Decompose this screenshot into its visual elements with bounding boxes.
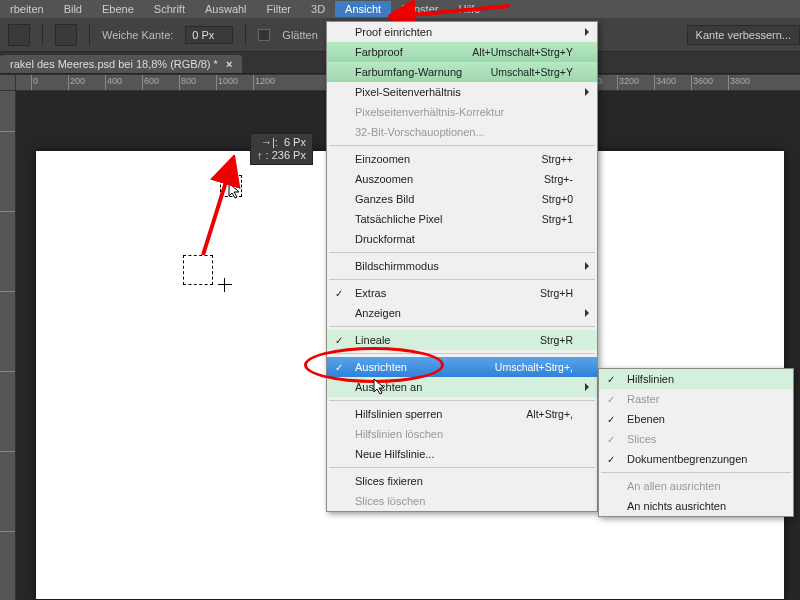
menu-item[interactable]: ✓LinealeStrg+R <box>327 330 597 350</box>
menu-item[interactable]: ✓ExtrasStrg+H <box>327 283 597 303</box>
feather-input[interactable] <box>185 26 233 44</box>
menu-item-label: Auszoomen <box>355 173 413 185</box>
menu-item[interactable]: Hilfslinien sperrenAlt+Strg+, <box>327 404 597 424</box>
tool-icon[interactable] <box>8 24 30 46</box>
menu-separator <box>329 252 595 253</box>
check-icon: ✓ <box>607 434 615 445</box>
marquee-selection <box>183 255 213 285</box>
menu-item[interactable]: Pixel-Seitenverhältnis <box>327 82 597 102</box>
document-tab[interactable]: rakel des Meeres.psd bei 18,8% (RGB/8) *… <box>0 55 242 73</box>
menu-item-label: Anzeigen <box>355 307 401 319</box>
menubar-item[interactable]: 3D <box>301 1 335 17</box>
menu-item[interactable]: Ganzes BildStrg+0 <box>327 189 597 209</box>
menu-item-label: Slices <box>627 433 656 445</box>
menu-shortcut: Strg+- <box>544 173 573 185</box>
menu-item[interactable]: Tatsächliche PixelStrg+1 <box>327 209 597 229</box>
menu-shortcut: Alt+Strg+, <box>526 408 573 420</box>
menu-item-label: 32-Bit-Vorschauoptionen... <box>355 126 485 138</box>
document-tab-label: rakel des Meeres.psd bei 18,8% (RGB/8) * <box>10 58 218 70</box>
menu-item-label: Ausrichten an <box>355 381 422 393</box>
menu-item-label: Ausrichten <box>355 361 407 373</box>
menu-item: ✓Raster <box>599 389 793 409</box>
delta-row: ↑ : 236 Px <box>257 149 306 162</box>
menu-item[interactable]: ✓Dokumentbegrenzungen <box>599 449 793 469</box>
menu-item: ✓Slices <box>599 429 793 449</box>
menubar-item[interactable]: Fenster <box>391 1 448 17</box>
menubar-item[interactable]: Auswahl <box>195 1 257 17</box>
menu-item[interactable]: AuszoomenStrg+- <box>327 169 597 189</box>
check-icon: ✓ <box>607 374 615 385</box>
menu-item: Hilfslinien löschen <box>327 424 597 444</box>
check-icon: ✓ <box>607 454 615 465</box>
menubar-item[interactable]: rbeiten <box>0 1 54 17</box>
menu-shortcut: Umschalt+Strg+Y <box>491 66 573 78</box>
menu-item-label: Farbumfang-Warnung <box>355 66 462 78</box>
menu-item-label: Extras <box>355 287 386 299</box>
menu-separator <box>329 467 595 468</box>
menu-item: Pixelseitenverhältnis-Korrektur <box>327 102 597 122</box>
menu-item[interactable]: Ausrichten an <box>327 377 597 397</box>
check-icon: ✓ <box>335 362 343 373</box>
menu-item-label: Tatsächliche Pixel <box>355 213 442 225</box>
menu-item-label: Pixelseitenverhältnis-Korrektur <box>355 106 504 118</box>
menu-item[interactable]: FarbproofAlt+Umschalt+Strg+Y <box>327 42 597 62</box>
view-menu-dropdown: Proof einrichtenFarbproofAlt+Umschalt+St… <box>326 21 598 512</box>
menu-item-label: Ebenen <box>627 413 665 425</box>
check-icon: ✓ <box>607 394 615 405</box>
antialias-checkbox[interactable] <box>258 29 270 41</box>
menu-item[interactable]: An nichts ausrichten <box>599 496 793 516</box>
close-tab-icon[interactable]: × <box>226 58 232 70</box>
menu-item[interactable]: Farbumfang-WarnungUmschalt+Strg+Y <box>327 62 597 82</box>
menu-separator <box>601 472 791 473</box>
menu-item-label: Druckformat <box>355 233 415 245</box>
menubar-item[interactable]: Filter <box>257 1 301 17</box>
menu-item-label: An allen ausrichten <box>627 480 721 492</box>
crosshair-cursor-icon <box>218 278 232 292</box>
feather-label: Weiche Kante: <box>102 29 173 41</box>
menu-shortcut: Alt+Umschalt+Strg+Y <box>472 46 573 58</box>
menu-item: An allen ausrichten <box>599 476 793 496</box>
menu-separator <box>329 145 595 146</box>
menu-item: Slices löschen <box>327 491 597 511</box>
check-icon: ✓ <box>607 414 615 425</box>
menu-item[interactable]: Slices fixieren <box>327 471 597 491</box>
menu-item-label: Slices löschen <box>355 495 425 507</box>
menu-shortcut: Strg++ <box>541 153 573 165</box>
menubar-item[interactable]: Ebene <box>92 1 144 17</box>
menu-item-label: Einzoomen <box>355 153 410 165</box>
ruler-vertical <box>0 91 16 600</box>
menu-item[interactable]: ✓AusrichtenUmschalt+Strg+, <box>327 357 597 377</box>
menu-item-label: Hilfslinien löschen <box>355 428 443 440</box>
menu-item[interactable]: Druckformat <box>327 229 597 249</box>
menu-item[interactable]: Neue Hilfslinie... <box>327 444 597 464</box>
menu-item-label: An nichts ausrichten <box>627 500 726 512</box>
menu-item[interactable]: Anzeigen <box>327 303 597 323</box>
menu-item[interactable]: EinzoomenStrg++ <box>327 149 597 169</box>
menu-item-label: Hilfslinien <box>627 373 674 385</box>
snap-to-submenu: ✓Hilfslinien✓Raster✓Ebenen✓Slices✓Dokume… <box>598 368 794 517</box>
menu-item-label: Ganzes Bild <box>355 193 414 205</box>
menu-item[interactable]: Proof einrichten <box>327 22 597 42</box>
menu-item[interactable]: ✓Hilfslinien <box>599 369 793 389</box>
refine-edge-button[interactable]: Kante verbessern... <box>687 25 800 45</box>
selection-mode-icon[interactable] <box>55 24 77 46</box>
menu-item[interactable]: ✓Ebenen <box>599 409 793 429</box>
menu-shortcut: Strg+0 <box>542 193 573 205</box>
menu-item-label: Proof einrichten <box>355 26 432 38</box>
menubar-item[interactable]: Hilfe <box>448 1 490 17</box>
move-delta-tooltip: →|: 6 Px ↑ : 236 Px <box>250 133 313 165</box>
check-icon: ✓ <box>335 288 343 299</box>
menu-shortcut: Strg+1 <box>542 213 573 225</box>
menubar-item[interactable]: Schrift <box>144 1 195 17</box>
menu-item[interactable]: Bildschirmmodus <box>327 256 597 276</box>
menu-shortcut: Umschalt+Strg+, <box>495 361 573 373</box>
menu-item-label: Hilfslinien sperren <box>355 408 442 420</box>
menu-item-label: Bildschirmmodus <box>355 260 439 272</box>
menu-shortcut: Strg+H <box>540 287 573 299</box>
menu-separator <box>329 279 595 280</box>
menu-item-label: Raster <box>627 393 659 405</box>
menubar-item[interactable]: Ansicht <box>335 1 391 17</box>
antialias-label: Glätten <box>282 29 317 41</box>
menubar-item[interactable]: Bild <box>54 1 92 17</box>
menu-item-label: Dokumentbegrenzungen <box>627 453 747 465</box>
